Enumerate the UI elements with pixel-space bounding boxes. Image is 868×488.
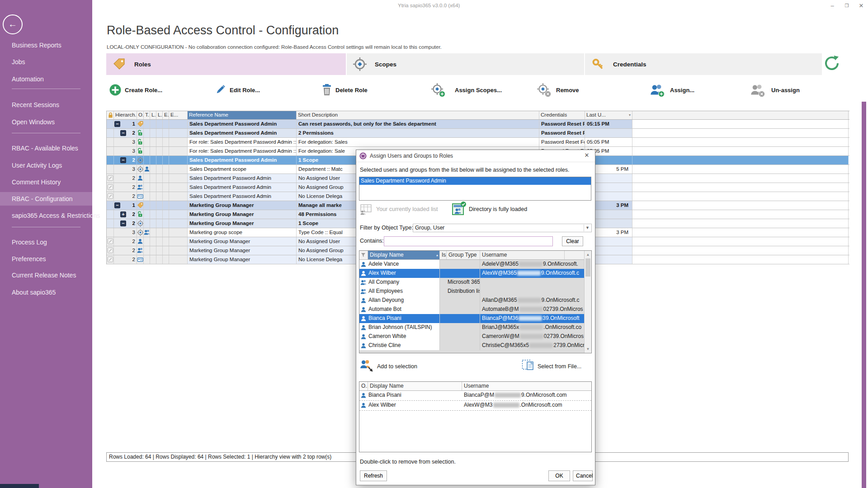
list-item[interactable]: Christie ClineChristieC@M365x52739.OnMic…	[359, 341, 591, 350]
sidebar-item-current-release-notes[interactable]: Current Release Notes	[0, 268, 92, 282]
delete-role-button[interactable]: Delete Role	[335, 87, 368, 94]
tab-scopes[interactable]: Scopes	[347, 53, 584, 75]
sidebar-item-recent-sessions[interactable]: Recent Sessions	[0, 98, 92, 112]
column-header-E...[interactable]: E...	[163, 111, 169, 119]
dialog-close-icon[interactable]: ✕	[582, 152, 591, 160]
un-assign-button[interactable]: Un-assign	[771, 87, 800, 94]
back-button[interactable]: ←	[3, 14, 23, 34]
trash-icon[interactable]	[320, 83, 335, 98]
table-row[interactable]: 3For role: Sales Department Password Adm…	[107, 138, 849, 147]
filter-column-header[interactable]	[359, 251, 368, 259]
sidebar-item-comment-history[interactable]: Comment History	[0, 175, 92, 189]
scroll-down-icon[interactable]: ▼	[585, 346, 591, 352]
is-column-header[interactable]: Is...	[440, 251, 447, 259]
column-header-T...[interactable]: T...	[144, 111, 150, 119]
list-item[interactable]: Cameron WhiteCameronW@M02739.OnMicros	[359, 332, 591, 341]
target-plus-icon[interactable]	[431, 83, 446, 98]
contains-input[interactable]	[384, 236, 553, 246]
username-column-header[interactable]: Username	[462, 382, 591, 390]
sidebar-item-jobs[interactable]: Jobs	[0, 55, 92, 69]
people-plus-icon[interactable]	[650, 83, 665, 98]
list-item[interactable]: Brian Johnson (TAILSPIN)BrianJ@M365x.OnM…	[359, 323, 591, 332]
remove-button[interactable]: Remove	[556, 87, 579, 94]
sidebar-item-preferences[interactable]: Preferences	[0, 252, 92, 266]
sidebar-item-automation[interactable]: Automation	[0, 72, 92, 86]
group-type-column-header[interactable]: Group Type	[447, 251, 480, 259]
sidebar-item-rbac-configuration[interactable]: RBAC - Configuration	[0, 192, 92, 206]
selection-row[interactable]: Alex WilberAlexW@M3.OnMicrosoft.com	[359, 401, 591, 411]
collapse-icon[interactable]: −	[120, 221, 126, 226]
minimize-button[interactable]: –	[827, 1, 837, 10]
directory-list[interactable]: Display Name▴Is...Group TypeUsernameAdel…	[359, 250, 592, 353]
sidebar-item-about-sapio365[interactable]: About sapio365	[0, 286, 92, 299]
sidebar-item-rbac-available-roles[interactable]: RBAC - Available Roles	[0, 141, 92, 155]
selection-row[interactable]: Bianca PisaniBiancaP@M9.OnMicrosoft.com	[359, 391, 591, 401]
cancel-button[interactable]: Cancel	[573, 470, 593, 481]
o-column-header[interactable]: O...	[359, 382, 368, 390]
column-header-Reference Name[interactable]: Reference Name	[188, 111, 297, 119]
sidebar-item-user-activity-logs[interactable]: User Activity Logs	[0, 159, 92, 172]
expand-icon[interactable]: +	[120, 211, 126, 217]
list-item[interactable]: Alex WilberAlexW@M3659.OnMicrosoft.c	[359, 269, 591, 278]
collapse-icon[interactable]: −	[120, 157, 126, 163]
create-role-button[interactable]: Create Role...	[125, 87, 162, 94]
list-item[interactable]: Allan DeyoungAllanD@M3659.OnMicrosoft.c	[359, 296, 591, 305]
scrollbar-thumb[interactable]	[585, 258, 590, 277]
display-name-column-header[interactable]: Display Name▴	[368, 251, 440, 259]
column-header-Credentials[interactable]: Credentials	[539, 111, 585, 119]
page-title: Role-Based Access Control - Configuratio…	[107, 23, 339, 38]
column-header-E...[interactable]: E...	[169, 111, 188, 119]
column-header-icon[interactable]	[632, 111, 849, 119]
assign-scopes-button[interactable]: Assign Scopes...	[455, 87, 502, 94]
refresh-icon[interactable]	[823, 54, 841, 72]
create-icon[interactable]	[108, 83, 123, 98]
add-to-selection-icon[interactable]	[360, 359, 374, 373]
sidebar-item-business-reports[interactable]: Business Reports	[0, 38, 92, 52]
column-header-icon[interactable]	[107, 111, 114, 119]
cell-l	[150, 120, 156, 128]
assign-button[interactable]: Assign...	[670, 87, 694, 94]
edit-role-button[interactable]: Edit Role...	[230, 87, 260, 94]
close-button[interactable]: ✕	[856, 1, 866, 10]
column-header-L...[interactable]: L...	[150, 111, 156, 119]
collapse-icon[interactable]: −	[114, 121, 120, 127]
tab-credentials[interactable]: Credentials	[585, 53, 822, 75]
add-to-selection-label[interactable]: Add to selection	[377, 363, 417, 370]
sidebar-item-sapio365-access-restrictions[interactable]: sapio365 Access & Restrictions	[0, 209, 92, 222]
list-item[interactable]: Automate BotAutomateB@M02739.OnMicros	[359, 305, 591, 314]
pencil-icon[interactable]	[213, 83, 228, 98]
object-type-combobox[interactable]: Group, User ▼	[413, 224, 592, 232]
list-item[interactable]: All EmployeesDistribution list	[359, 287, 591, 296]
column-header-O...[interactable]: O...	[137, 111, 144, 119]
scroll-up-icon[interactable]: ▲	[585, 251, 591, 258]
table-row[interactable]: −2Sales Department Password Admin2 Permi…	[107, 129, 849, 138]
collapse-icon[interactable]: −	[114, 202, 120, 208]
ok-button[interactable]: OK	[548, 470, 570, 481]
table-row[interactable]: −1Sales Department Password AdminCan res…	[107, 120, 849, 129]
column-header-Last U...[interactable]: Last U...▾	[585, 111, 632, 119]
column-header-Hierarch...[interactable]: Hierarch...	[114, 111, 137, 119]
column-header-L...[interactable]: L...	[156, 111, 163, 119]
column-header-Short Description[interactable]: Short Description	[297, 111, 539, 119]
sidebar-item-process-log[interactable]: Process Log	[0, 235, 92, 249]
select-from-file-icon[interactable]	[522, 358, 535, 372]
clear-button[interactable]: Clear	[562, 236, 583, 246]
sidebar-item-open-windows[interactable]: Open Windows	[0, 115, 92, 129]
list-item[interactable]: All CompanyMicrosoft 365 g	[359, 278, 591, 287]
scrollbar[interactable]: ▲▼	[584, 251, 591, 353]
list-item[interactable]: Adele VanceAdeleV@M3659.OnMicrosoft.	[359, 260, 591, 269]
selected-roles-list[interactable]: Sales Department Password Admin	[359, 177, 591, 201]
select-from-file-label[interactable]: Select from File...	[538, 363, 581, 370]
maximize-button[interactable]: ❐	[842, 1, 852, 10]
display-name-column-header[interactable]: Display Name	[368, 382, 462, 390]
selection-list[interactable]: O...Display NameUsernameBianca PisaniBia…	[359, 381, 592, 452]
cell-e2	[169, 156, 188, 164]
collapse-icon[interactable]: −	[120, 130, 126, 136]
username-column-header[interactable]: Username	[480, 251, 565, 259]
target-x-icon[interactable]	[537, 83, 552, 98]
list-item[interactable]: Bianca PisaniBiancaP@M3639.OnMicrosoft	[359, 314, 591, 323]
selected-role-item[interactable]: Sales Department Password Admin	[359, 177, 591, 185]
people-x-icon[interactable]	[750, 83, 765, 98]
tab-roles[interactable]: Roles	[106, 53, 346, 75]
refresh-button[interactable]: Refresh	[360, 470, 387, 481]
